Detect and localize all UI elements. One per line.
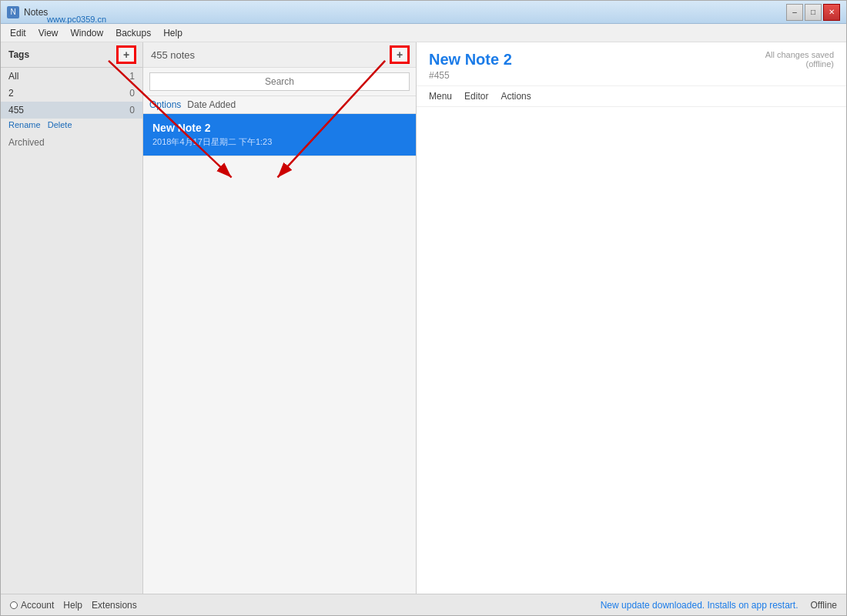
editor-note-title: New Note 2 bbox=[429, 51, 512, 69]
menu-backups[interactable]: Backups bbox=[109, 26, 157, 40]
notes-count: 455 notes bbox=[151, 49, 195, 61]
tag-item-455[interactable]: 455 0 bbox=[1, 102, 142, 119]
sidebar-header: Tags + bbox=[1, 42, 142, 68]
archived-section[interactable]: Archived bbox=[1, 131, 142, 154]
notes-panel: 455 notes + Options Date Added New Note … bbox=[143, 42, 417, 594]
update-text[interactable]: New update downloaded. Installs on app r… bbox=[601, 600, 798, 611]
rename-link[interactable]: Rename bbox=[8, 120, 41, 129]
extensions-button[interactable]: Extensions bbox=[92, 600, 137, 611]
add-tag-button[interactable]: + bbox=[118, 47, 135, 62]
tag-count-2: 0 bbox=[129, 88, 135, 99]
notes-header: 455 notes + bbox=[143, 42, 416, 68]
account-button[interactable]: Account bbox=[10, 600, 54, 611]
toolbar-menu[interactable]: Menu bbox=[429, 91, 452, 102]
window-controls: – □ ✕ bbox=[786, 4, 840, 21]
editor-panel: New Note 2 All changes saved (offline) #… bbox=[417, 42, 846, 594]
delete-link[interactable]: Delete bbox=[48, 120, 72, 129]
title-bar-left: N Notes bbox=[7, 6, 48, 18]
help-button[interactable]: Help bbox=[63, 600, 82, 611]
tag-actions: Rename Delete bbox=[1, 119, 142, 131]
app-window: N Notes – □ ✕ www.pc0359.cn Edit View Wi… bbox=[0, 0, 847, 616]
tag-item-2[interactable]: 2 0 bbox=[1, 85, 142, 102]
tag-name-2: 2 bbox=[8, 88, 14, 99]
toolbar-editor[interactable]: Editor bbox=[464, 91, 488, 102]
toolbar-actions[interactable]: Actions bbox=[500, 91, 531, 102]
close-button[interactable]: ✕ bbox=[823, 4, 840, 21]
tag-count-455: 0 bbox=[129, 105, 135, 116]
notes-list: New Note 2 2018年4月17日星期二 下午1:23 bbox=[143, 114, 416, 594]
maximize-button[interactable]: □ bbox=[805, 4, 822, 21]
status-right: New update downloaded. Installs on app r… bbox=[601, 600, 837, 611]
tag-name-all: All bbox=[8, 71, 18, 82]
note-item-date: 2018年4月17日星期二 下午1:23 bbox=[152, 136, 407, 148]
editor-title-row: New Note 2 All changes saved (offline) bbox=[429, 50, 834, 69]
menu-window[interactable]: Window bbox=[64, 26, 109, 40]
editor-header: New Note 2 All changes saved (offline) #… bbox=[417, 42, 846, 86]
main-content: Tags + All 1 2 0 455 0 Rename bbox=[1, 42, 846, 594]
status-left: Account Help Extensions bbox=[10, 600, 137, 611]
app-icon: N bbox=[7, 6, 19, 18]
search-input[interactable] bbox=[149, 72, 410, 91]
account-label: Account bbox=[21, 600, 54, 611]
offline-label: Offline bbox=[811, 600, 837, 611]
options-link[interactable]: Options bbox=[149, 99, 181, 110]
menu-bar: Edit View Window Backups Help bbox=[1, 24, 846, 42]
tag-item-all[interactable]: All 1 bbox=[1, 68, 142, 85]
search-bar bbox=[143, 68, 416, 96]
add-note-button[interactable]: + bbox=[391, 47, 408, 62]
save-status-line2: (offline) bbox=[765, 59, 834, 69]
editor-body[interactable] bbox=[417, 107, 846, 594]
editor-toolbar: Menu Editor Actions bbox=[417, 86, 846, 107]
menu-view[interactable]: View bbox=[32, 26, 65, 40]
account-icon bbox=[10, 601, 18, 609]
menu-help[interactable]: Help bbox=[157, 26, 189, 40]
save-status-line1: All changes saved bbox=[765, 50, 834, 59]
notes-options: Options Date Added bbox=[143, 96, 416, 114]
sort-label: Date Added bbox=[187, 99, 236, 110]
sidebar: Tags + All 1 2 0 455 0 Rename bbox=[1, 42, 143, 594]
title-bar: N Notes – □ ✕ bbox=[1, 1, 846, 24]
tags-list: All 1 2 0 455 0 Rename Delete Archived bbox=[1, 68, 142, 594]
tag-name-455: 455 bbox=[8, 105, 24, 116]
note-item-title: New Note 2 bbox=[152, 122, 407, 134]
save-status: All changes saved (offline) bbox=[765, 50, 834, 69]
note-item[interactable]: New Note 2 2018年4月17日星期二 下午1:23 bbox=[143, 114, 416, 156]
menu-edit[interactable]: Edit bbox=[4, 26, 32, 40]
window-title: Notes bbox=[24, 7, 48, 18]
editor-note-id: #455 bbox=[429, 70, 834, 81]
minimize-button[interactable]: – bbox=[786, 4, 803, 21]
tag-count-all: 1 bbox=[129, 71, 135, 82]
status-bar: Account Help Extensions New update downl… bbox=[1, 594, 846, 615]
tags-label: Tags bbox=[8, 49, 29, 60]
